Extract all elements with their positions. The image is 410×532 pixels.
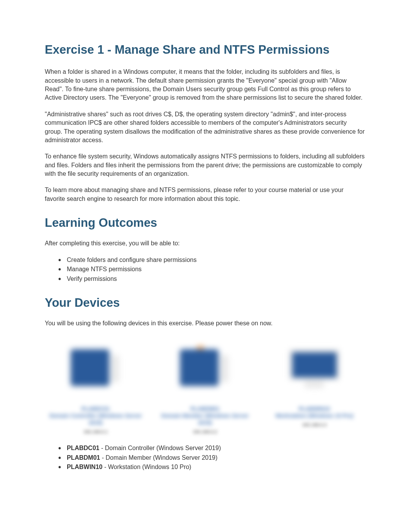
- list-item: Create folders and configure share permi…: [58, 256, 365, 264]
- device-name: PLABWIN10: [67, 464, 102, 470]
- learning-outcomes-lead: After completing this exercise, you will…: [45, 239, 365, 248]
- device-desc: - Workstation (Windows 10 Pro): [102, 464, 191, 470]
- device-images-row: PLABDC01 Domain Controller (Windows Serv…: [45, 336, 365, 435]
- page-title: Exercise 1 - Manage Share and NTFS Permi…: [45, 42, 365, 57]
- device-label: PLABDC01 Domain Controller (Windows Serv…: [45, 405, 146, 427]
- your-devices-heading: Your Devices: [45, 296, 365, 310]
- device-desc: - Domain Controller (Windows Server 2019…: [99, 445, 221, 451]
- server-icon: [45, 336, 146, 401]
- device-card: PLABDM01 Domain Member (Windows Server 2…: [154, 336, 256, 435]
- intro-paragraph-4: To learn more about managing share and N…: [45, 186, 365, 203]
- device-card: PLABWIN10 Workstation (Windows 10 Pro) 1…: [264, 336, 365, 435]
- learning-outcomes-list: Create folders and configure share permi…: [45, 256, 365, 283]
- list-item: PLABWIN10 - Workstation (Windows 10 Pro): [58, 463, 365, 471]
- device-sublabel: 192.168.0.2: [193, 429, 217, 435]
- workstation-icon: [264, 336, 365, 401]
- list-item: Verify permissions: [58, 275, 365, 283]
- list-item: PLABDC01 - Domain Controller (Windows Se…: [58, 444, 365, 452]
- device-sublabel: 192.168.0.3: [302, 422, 327, 428]
- device-card: PLABDC01 Domain Controller (Windows Serv…: [45, 336, 146, 435]
- device-name: PLABDC01: [67, 445, 99, 451]
- list-item: PLABDM01 - Domain Member (Windows Server…: [58, 454, 365, 462]
- your-devices-lead: You will be using the following devices …: [45, 319, 365, 328]
- device-label: PLABWIN10 Workstation (Windows 10 Pro): [275, 405, 353, 419]
- learning-outcomes-heading: Learning Outcomes: [45, 216, 365, 230]
- server-icon: [154, 336, 256, 401]
- intro-paragraph-3: To enhance file system security, Windows…: [45, 152, 365, 178]
- device-label: PLABDM01 Domain Member (Windows Server 2…: [154, 405, 256, 427]
- device-sublabel: 192.168.0.1: [83, 429, 108, 435]
- list-item: Manage NTFS permissions: [58, 265, 365, 274]
- device-name: PLABDM01: [67, 454, 100, 461]
- intro-paragraph-2: "Administrative shares" such as root dri…: [45, 110, 365, 145]
- device-desc: - Domain Member (Windows Server 2019): [100, 454, 217, 461]
- device-list: PLABDC01 - Domain Controller (Windows Se…: [45, 444, 365, 471]
- intro-paragraph-1: When a folder is shared in a Windows com…: [45, 68, 365, 102]
